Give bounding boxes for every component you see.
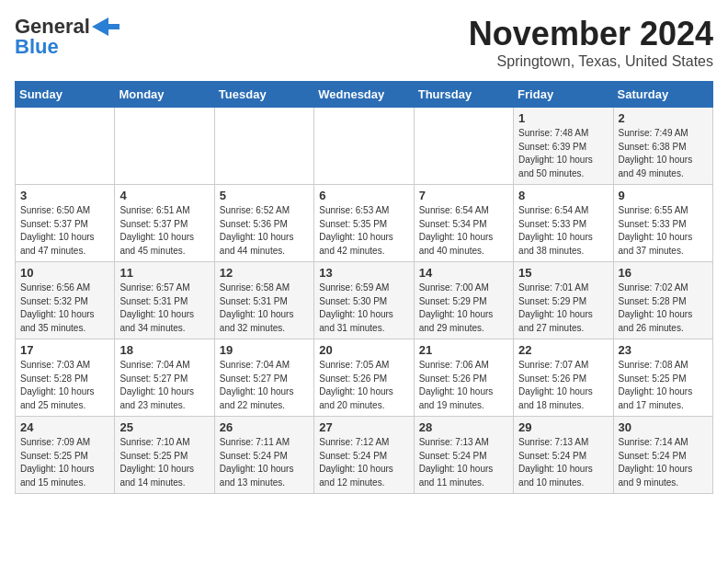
calendar-cell: 18Sunrise: 7:04 AM Sunset: 5:27 PM Dayli… [115,339,214,417]
day-number: 7 [419,189,508,202]
day-info: Sunrise: 7:14 AM Sunset: 5:24 PM Dayligh… [619,436,708,489]
header-sunday: Sunday [16,82,115,108]
calendar-table: SundayMondayTuesdayWednesdayThursdayFrid… [15,81,713,494]
day-number: 14 [419,266,508,280]
day-number: 25 [119,420,209,434]
day-number: 28 [419,420,508,434]
logo: General Blue [15,15,119,59]
calendar-cell: 25Sunrise: 7:10 AM Sunset: 5:25 PM Dayli… [115,417,214,494]
day-number: 15 [518,266,608,280]
calendar-cell: 24Sunrise: 7:09 AM Sunset: 5:25 PM Dayli… [16,417,115,494]
day-info: Sunrise: 7:04 AM Sunset: 5:27 PM Dayligh… [119,359,209,412]
week-row-1: 1Sunrise: 7:48 AM Sunset: 6:39 PM Daylig… [16,108,713,185]
calendar-cell: 6Sunrise: 6:53 AM Sunset: 5:35 PM Daylig… [314,185,414,262]
day-number: 1 [518,111,608,125]
header-monday: Monday [115,82,214,108]
calendar-cell: 17Sunrise: 7:03 AM Sunset: 5:28 PM Dayli… [16,339,115,417]
day-number: 16 [619,266,708,280]
day-number: 5 [220,189,309,202]
day-info: Sunrise: 6:58 AM Sunset: 5:31 PM Dayligh… [220,282,309,335]
day-number: 11 [119,266,209,280]
header-saturday: Saturday [613,82,712,108]
calendar-cell: 10Sunrise: 6:56 AM Sunset: 5:32 PM Dayli… [16,262,115,339]
day-info: Sunrise: 7:04 AM Sunset: 5:27 PM Dayligh… [220,359,309,412]
header-wednesday: Wednesday [314,82,414,108]
week-row-2: 3Sunrise: 6:50 AM Sunset: 5:37 PM Daylig… [16,185,713,262]
calendar-cell: 5Sunrise: 6:52 AM Sunset: 5:36 PM Daylig… [214,185,313,262]
day-number: 17 [20,343,109,357]
calendar-cell: 13Sunrise: 6:59 AM Sunset: 5:30 PM Dayli… [314,262,414,339]
day-info: Sunrise: 7:12 AM Sunset: 5:24 PM Dayligh… [319,436,408,489]
location: Springtown, Texas, United States [469,53,713,70]
page-header: General Blue November 2024 Springtown, T… [15,15,713,70]
day-number: 30 [619,420,708,434]
calendar-cell [414,108,513,185]
day-number: 8 [518,189,608,202]
day-info: Sunrise: 7:06 AM Sunset: 5:26 PM Dayligh… [419,359,508,412]
day-number: 18 [119,343,209,357]
day-info: Sunrise: 6:55 AM Sunset: 5:33 PM Dayligh… [619,204,708,258]
day-info: Sunrise: 7:08 AM Sunset: 5:25 PM Dayligh… [619,359,708,412]
calendar-cell [214,108,313,185]
header-tuesday: Tuesday [214,82,313,108]
day-info: Sunrise: 7:48 AM Sunset: 6:39 PM Dayligh… [518,127,608,180]
week-row-4: 17Sunrise: 7:03 AM Sunset: 5:28 PM Dayli… [16,339,713,417]
day-number: 23 [619,343,708,357]
calendar-cell [314,108,414,185]
weekday-header-row: SundayMondayTuesdayWednesdayThursdayFrid… [16,82,713,108]
day-info: Sunrise: 6:50 AM Sunset: 5:37 PM Dayligh… [20,204,109,258]
title-block: November 2024 Springtown, Texas, United … [469,15,713,70]
calendar-cell: 1Sunrise: 7:48 AM Sunset: 6:39 PM Daylig… [514,108,613,185]
day-info: Sunrise: 7:09 AM Sunset: 5:25 PM Dayligh… [20,436,109,489]
svg-marker-0 [92,17,119,36]
calendar-cell: 3Sunrise: 6:50 AM Sunset: 5:37 PM Daylig… [16,185,115,262]
day-info: Sunrise: 7:49 AM Sunset: 6:38 PM Dayligh… [619,127,708,180]
calendar-cell [16,108,115,185]
calendar-cell: 27Sunrise: 7:12 AM Sunset: 5:24 PM Dayli… [314,417,414,494]
logo-text: General Blue [15,15,119,59]
day-info: Sunrise: 6:53 AM Sunset: 5:35 PM Dayligh… [319,204,408,258]
day-info: Sunrise: 6:51 AM Sunset: 5:37 PM Dayligh… [119,204,209,258]
calendar-cell: 19Sunrise: 7:04 AM Sunset: 5:27 PM Dayli… [214,339,313,417]
day-info: Sunrise: 6:59 AM Sunset: 5:30 PM Dayligh… [319,282,408,335]
day-number: 13 [319,266,408,280]
day-number: 4 [119,189,209,202]
day-number: 6 [319,189,408,202]
calendar-cell: 15Sunrise: 7:01 AM Sunset: 5:29 PM Dayli… [514,262,613,339]
calendar-cell: 7Sunrise: 6:54 AM Sunset: 5:34 PM Daylig… [414,185,513,262]
day-number: 9 [619,189,708,202]
day-info: Sunrise: 7:07 AM Sunset: 5:26 PM Dayligh… [518,359,608,412]
calendar-cell: 11Sunrise: 6:57 AM Sunset: 5:31 PM Dayli… [115,262,214,339]
day-info: Sunrise: 6:56 AM Sunset: 5:32 PM Dayligh… [20,282,109,335]
day-number: 19 [220,343,309,357]
day-info: Sunrise: 7:13 AM Sunset: 5:24 PM Dayligh… [518,436,608,489]
calendar-cell: 8Sunrise: 6:54 AM Sunset: 5:33 PM Daylig… [514,185,613,262]
day-info: Sunrise: 6:57 AM Sunset: 5:31 PM Dayligh… [119,282,209,335]
day-info: Sunrise: 6:52 AM Sunset: 5:36 PM Dayligh… [220,204,309,258]
calendar-cell: 12Sunrise: 6:58 AM Sunset: 5:31 PM Dayli… [214,262,313,339]
header-thursday: Thursday [414,82,513,108]
calendar-cell: 29Sunrise: 7:13 AM Sunset: 5:24 PM Dayli… [514,417,613,494]
day-number: 10 [20,266,109,280]
calendar-cell: 4Sunrise: 6:51 AM Sunset: 5:37 PM Daylig… [115,185,214,262]
day-info: Sunrise: 6:54 AM Sunset: 5:34 PM Dayligh… [419,204,508,258]
day-info: Sunrise: 6:54 AM Sunset: 5:33 PM Dayligh… [518,204,608,258]
logo-arrow-icon [92,17,119,36]
week-row-5: 24Sunrise: 7:09 AM Sunset: 5:25 PM Dayli… [16,417,713,494]
day-info: Sunrise: 7:02 AM Sunset: 5:28 PM Dayligh… [619,282,708,335]
day-number: 21 [419,343,508,357]
day-number: 20 [319,343,408,357]
calendar-cell: 21Sunrise: 7:06 AM Sunset: 5:26 PM Dayli… [414,339,513,417]
calendar-cell: 2Sunrise: 7:49 AM Sunset: 6:38 PM Daylig… [613,108,712,185]
day-info: Sunrise: 7:13 AM Sunset: 5:24 PM Dayligh… [419,436,508,489]
calendar-cell: 14Sunrise: 7:00 AM Sunset: 5:29 PM Dayli… [414,262,513,339]
day-number: 3 [20,189,109,202]
calendar-cell: 28Sunrise: 7:13 AM Sunset: 5:24 PM Dayli… [414,417,513,494]
calendar-cell: 26Sunrise: 7:11 AM Sunset: 5:24 PM Dayli… [214,417,313,494]
header-friday: Friday [514,82,613,108]
calendar-cell: 9Sunrise: 6:55 AM Sunset: 5:33 PM Daylig… [613,185,712,262]
day-info: Sunrise: 7:00 AM Sunset: 5:29 PM Dayligh… [419,282,508,335]
calendar-cell: 30Sunrise: 7:14 AM Sunset: 5:24 PM Dayli… [613,417,712,494]
day-number: 22 [518,343,608,357]
calendar-cell: 20Sunrise: 7:05 AM Sunset: 5:26 PM Dayli… [314,339,414,417]
